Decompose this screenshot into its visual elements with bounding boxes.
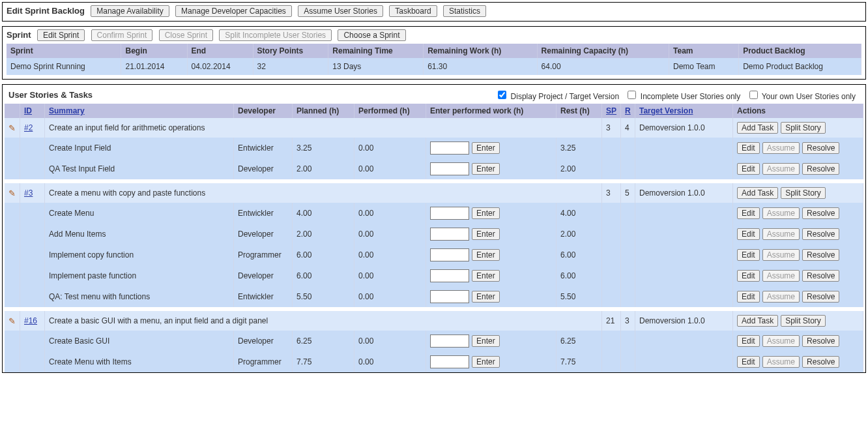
task-row: QA Test Input FieldDeveloper2.000.00Ente… <box>5 158 863 179</box>
resolve-task-button[interactable]: Resolve <box>802 163 839 175</box>
enter-button[interactable]: Enter <box>472 142 500 154</box>
edit-task-button[interactable]: Edit <box>737 270 760 282</box>
task-developer: Developer <box>233 224 292 245</box>
edit-task-button[interactable]: Edit <box>737 228 760 240</box>
task-planned: 6.00 <box>292 265 354 286</box>
performed-work-input[interactable] <box>430 162 469 175</box>
resolve-task-button[interactable]: Resolve <box>802 228 839 240</box>
story-row: ✎#2Create an input field for arithmetic … <box>5 118 863 138</box>
story-id-link[interactable]: #2 <box>24 123 33 132</box>
performed-work-input[interactable] <box>430 248 469 261</box>
edit-sprint-button[interactable]: Edit Sprint <box>37 29 85 41</box>
resolve-task-button[interactable]: Resolve <box>802 356 839 368</box>
task-planned: 2.00 <box>292 224 354 245</box>
task-summary: Create Basic GUI <box>45 331 234 351</box>
story-r: 3 <box>621 311 635 331</box>
add-task-button[interactable]: Add Task <box>737 122 778 134</box>
resolve-task-button[interactable]: Resolve <box>802 249 839 261</box>
col-r[interactable]: R <box>621 104 635 118</box>
statistics-button[interactable]: Statistics <box>443 5 486 17</box>
performed-work-input[interactable] <box>430 228 469 241</box>
choose-sprint-button[interactable]: Choose a Sprint <box>338 29 405 41</box>
edit-task-button[interactable]: Edit <box>737 291 760 303</box>
performed-work-input[interactable] <box>430 290 469 303</box>
enter-button[interactable]: Enter <box>472 335 500 347</box>
filter-project-checkbox[interactable] <box>498 91 506 99</box>
assume-task-button: Assume <box>762 270 800 282</box>
task-rest: 6.25 <box>556 331 601 351</box>
performed-work-input[interactable] <box>430 207 469 220</box>
edit-task-button[interactable]: Edit <box>737 356 760 368</box>
taskboard-button[interactable]: Taskboard <box>389 5 437 17</box>
edit-task-button[interactable]: Edit <box>737 249 760 261</box>
assume-task-button: Assume <box>762 291 800 303</box>
performed-work-input[interactable] <box>430 355 469 368</box>
task-planned: 3.25 <box>292 138 354 158</box>
col-id[interactable]: ID <box>20 104 45 118</box>
story-id-link[interactable]: #3 <box>24 188 33 198</box>
task-summary: Create Input Field <box>45 138 234 158</box>
enter-button[interactable]: Enter <box>472 228 500 240</box>
task-rest: 2.00 <box>556 158 601 179</box>
story-target-version: Demoversion 1.0.0 <box>635 311 733 331</box>
task-performed: 0.00 <box>354 224 426 245</box>
filter-own[interactable]: Your own User Stories only <box>747 92 856 101</box>
story-r: 4 <box>621 118 635 138</box>
task-planned: 4.00 <box>292 203 354 224</box>
story-summary: Create an input field for arithmetic ope… <box>45 118 602 138</box>
enter-button[interactable]: Enter <box>472 270 500 282</box>
task-rest: 7.75 <box>556 351 601 372</box>
manage-availability-button[interactable]: Manage Availability <box>91 5 169 17</box>
filter-incomplete-checkbox[interactable] <box>628 91 636 99</box>
performed-work-input[interactable] <box>430 334 469 348</box>
split-story-button[interactable]: Split Story <box>781 122 826 134</box>
stories-panel: User Stories & Tasks Display Project / T… <box>2 84 866 373</box>
enter-button[interactable]: Enter <box>472 249 500 261</box>
resolve-task-button[interactable]: Resolve <box>802 335 839 347</box>
filter-project[interactable]: Display Project / Target Version <box>495 92 619 101</box>
stories-table: ID Summary Developer Planned (h) Perform… <box>5 104 863 372</box>
col-sp[interactable]: SP <box>601 104 620 118</box>
add-task-button[interactable]: Add Task <box>737 315 778 327</box>
enter-button[interactable]: Enter <box>472 163 500 175</box>
add-task-button[interactable]: Add Task <box>737 187 778 199</box>
pencil-icon[interactable]: ✎ <box>8 316 16 326</box>
manage-developer-capacities-button[interactable]: Manage Developer Capacities <box>175 5 292 17</box>
col-rem-cap: Remaining Capacity (h) <box>537 44 669 58</box>
sprint-summary-table: Sprint Begin End Story Points Remaining … <box>7 44 861 75</box>
story-sp: 21 <box>601 311 620 331</box>
assume-task-button: Assume <box>762 163 800 175</box>
col-actions: Actions <box>733 104 863 118</box>
assume-task-button: Assume <box>762 249 800 261</box>
resolve-task-button[interactable]: Resolve <box>802 291 839 303</box>
col-sprint: Sprint <box>7 44 121 58</box>
performed-work-input[interactable] <box>430 141 469 155</box>
assume-task-button: Assume <box>762 335 800 347</box>
assume-user-stories-button[interactable]: Assume User Stories <box>298 5 383 17</box>
edit-task-button[interactable]: Edit <box>737 335 760 347</box>
split-story-button[interactable]: Split Story <box>781 315 826 327</box>
filter-own-checkbox[interactable] <box>749 91 758 99</box>
split-story-button[interactable]: Split Story <box>781 187 826 199</box>
filter-incomplete[interactable]: Incomplete User Stories only <box>625 92 740 101</box>
col-target-version[interactable]: Target Version <box>635 104 733 118</box>
story-id-link[interactable]: #16 <box>24 316 37 325</box>
close-sprint-button: Close Sprint <box>159 29 213 41</box>
pencil-icon[interactable]: ✎ <box>8 188 16 198</box>
edit-task-button[interactable]: Edit <box>737 142 760 154</box>
enter-button[interactable]: Enter <box>472 291 500 303</box>
stories-title: User Stories & Tasks <box>8 90 93 100</box>
pencil-icon[interactable]: ✎ <box>8 123 16 133</box>
resolve-task-button[interactable]: Resolve <box>802 270 839 282</box>
edit-task-button[interactable]: Edit <box>737 163 760 175</box>
sprint-label: Sprint <box>7 30 31 40</box>
enter-button[interactable]: Enter <box>472 356 500 368</box>
sprint-end: 04.02.2014 <box>187 58 253 75</box>
edit-task-button[interactable]: Edit <box>737 207 760 219</box>
performed-work-input[interactable] <box>430 269 469 282</box>
resolve-task-button[interactable]: Resolve <box>802 142 839 154</box>
col-rem-time: Remaining Time <box>328 44 424 58</box>
enter-button[interactable]: Enter <box>472 207 500 219</box>
resolve-task-button[interactable]: Resolve <box>802 207 839 219</box>
col-summary[interactable]: Summary <box>45 104 234 118</box>
